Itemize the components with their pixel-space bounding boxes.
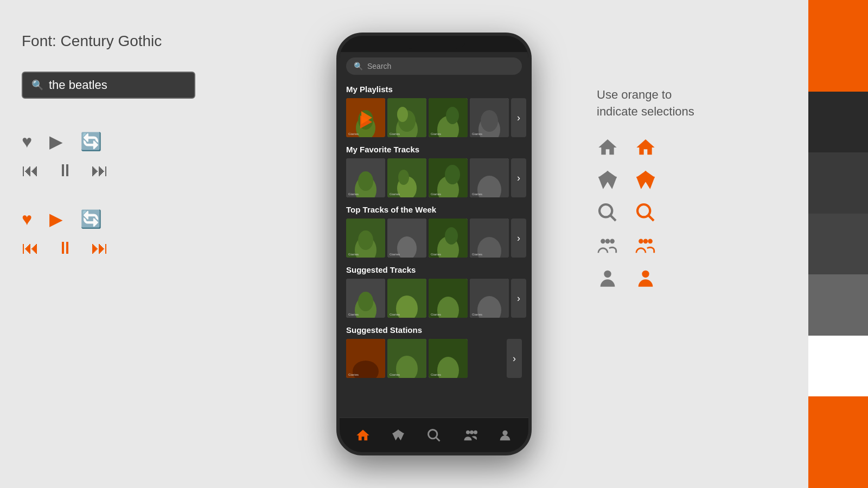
play-icon-gray[interactable]: ▶ [49,131,63,152]
left-panel: Font: Century Gothic 🔍 ♥ ▶ 🔄 ⏮ ⏸ ⏭ ♥ ▶ 🔄… [0,0,282,488]
skip-fwd-icon-orange[interactable]: ⏭ [91,238,108,258]
swatch-dark-2 [808,152,868,214]
svg-text:Giaries: Giaries [431,253,441,256]
fav-thumb-3[interactable]: Giaries [429,158,468,197]
chevron-btn-playlists[interactable]: › [511,98,526,137]
section-title-suggested-tracks: Suggested Tracks [346,265,522,274]
search-icon-gray [597,202,618,223]
chevron-btn-top[interactable]: › [511,219,526,258]
svg-text:Giaries: Giaries [348,253,359,256]
nav-item-group[interactable] [457,422,483,448]
svg-text:Giaries: Giaries [472,132,482,136]
search-demo-input[interactable]: 🔍 [22,72,195,99]
heart-icon-orange[interactable]: ♥ [22,209,32,229]
svg-point-35 [358,230,373,250]
person-icon-gray [597,267,618,288]
fav-thumb-1[interactable]: Giaries [346,158,385,197]
icon-pair-search [597,202,705,223]
svg-point-24 [398,170,409,185]
home-icon-orange [635,137,656,158]
skip-back-icon-gray[interactable]: ⏮ [22,160,39,181]
nav-item-home[interactable] [350,422,376,448]
section-top-tracks: Top Tracks of the Week Giaries [340,200,528,260]
phone-search-placeholder: Search [367,62,391,70]
pause-icon-gray[interactable]: ⏸ [56,160,74,181]
section-title-top-tracks: Top Tracks of the Week [346,205,522,214]
antenna-icon-gray [597,169,618,191]
sta-thumb-1[interactable]: Giaries [346,339,385,378]
phone-nav-bar [340,418,528,452]
svg-point-90 [639,239,643,243]
svg-text:Giaries: Giaries [431,373,441,376]
nav-item-antenna[interactable] [385,422,411,448]
svg-point-12 [446,107,459,124]
svg-text:Giaries: Giaries [348,192,359,196]
font-label: Font: Century Gothic [22,33,162,50]
sug-thumb-3[interactable]: Giaries [429,279,468,318]
group-icon-orange [635,234,656,256]
orange-controls-row-1: ♥ ▶ 🔄 [22,209,108,229]
album-thumb-4[interactable]: Giaries [470,98,509,137]
swatch-orange-bottom [808,396,868,488]
svg-point-83 [599,204,612,217]
svg-text:Giaries: Giaries [390,373,400,376]
skip-back-icon-orange[interactable]: ⏮ [22,238,39,258]
sta-thumb-2[interactable]: Giaries [387,339,426,378]
phone-search-icon: 🔍 [354,62,363,70]
top-thumb-1[interactable]: Giaries [346,219,385,258]
svg-line-84 [610,215,616,221]
chevron-btn-stations[interactable]: › [507,339,522,378]
person-icon-orange [635,267,656,288]
controls-section: ♥ ▶ 🔄 ⏮ ⏸ ⏭ ♥ ▶ 🔄 ⏮ ⏸ ⏭ [22,131,108,258]
nav-item-search[interactable] [421,422,447,448]
nav-item-profile[interactable] [492,422,518,448]
sta-thumb-3[interactable]: Giaries [429,339,468,378]
icon-pair-home [597,137,705,158]
section-row-suggested-stations: Giaries Giaries [346,339,522,378]
swatch-white [808,336,868,397]
search-icon-demo: 🔍 [31,79,43,91]
sug-thumb-4[interactable]: Giaries [470,279,509,318]
right-icon-panel: Use orange to indicate selections [597,87,705,288]
search-text-input[interactable] [49,78,186,92]
svg-text:Giaries: Giaries [348,313,359,316]
phone-screen: 🔍 Search My Playlists [340,52,528,452]
section-title-fav-tracks: My Favorite Tracks [346,145,522,154]
phone-search-bar[interactable]: 🔍 Search [346,57,522,75]
top-thumb-3[interactable]: Giaries [429,219,468,258]
top-thumb-2[interactable]: Giaries [387,219,426,258]
album-thumb-2[interactable]: Giaries [387,98,426,137]
sug-thumb-1[interactable]: Giaries [346,279,385,318]
svg-point-20 [358,171,373,191]
top-thumb-4[interactable]: Giaries [470,219,509,258]
svg-line-86 [648,215,654,221]
section-my-fav-tracks: My Favorite Tracks Giaries [340,139,528,200]
fav-thumb-2[interactable]: Giaries [387,158,426,197]
fav-thumb-4[interactable]: Giaries [470,158,509,197]
svg-point-93 [604,270,611,277]
sug-thumb-2[interactable]: Giaries [387,279,426,318]
heart-icon-gray[interactable]: ♥ [22,132,32,152]
swatch-gray [808,274,868,336]
repeat-icon-gray[interactable]: 🔄 [80,131,102,152]
icon-pair-person [597,267,705,288]
chevron-btn-suggested[interactable]: › [511,279,526,318]
section-title-my-playlists: My Playlists [346,85,522,94]
phone-frame: 🔍 Search My Playlists [336,33,532,455]
repeat-icon-orange[interactable]: 🔄 [80,209,102,229]
album-thumb-3[interactable]: Giaries [429,98,468,137]
svg-point-42 [445,227,458,245]
pause-icon-orange[interactable]: ⏸ [56,238,74,258]
svg-point-71 [428,429,437,438]
orange-controls-row-2: ⏮ ⏸ ⏭ [22,238,108,258]
section-title-suggested-stations: Suggested Stations [346,325,522,335]
svg-text:Giaries: Giaries [348,132,359,136]
section-row-top-tracks: Giaries Giaries [346,219,522,258]
svg-point-88 [605,239,610,243]
svg-point-28 [445,165,460,184]
skip-fwd-icon-gray[interactable]: ⏭ [91,160,108,181]
album-thumb-1[interactable]: Giaries [346,98,385,137]
phone-scroll-area[interactable]: My Playlists Giaries [340,79,528,418]
play-icon-orange[interactable]: ▶ [49,209,63,229]
chevron-btn-fav[interactable]: › [511,158,526,197]
